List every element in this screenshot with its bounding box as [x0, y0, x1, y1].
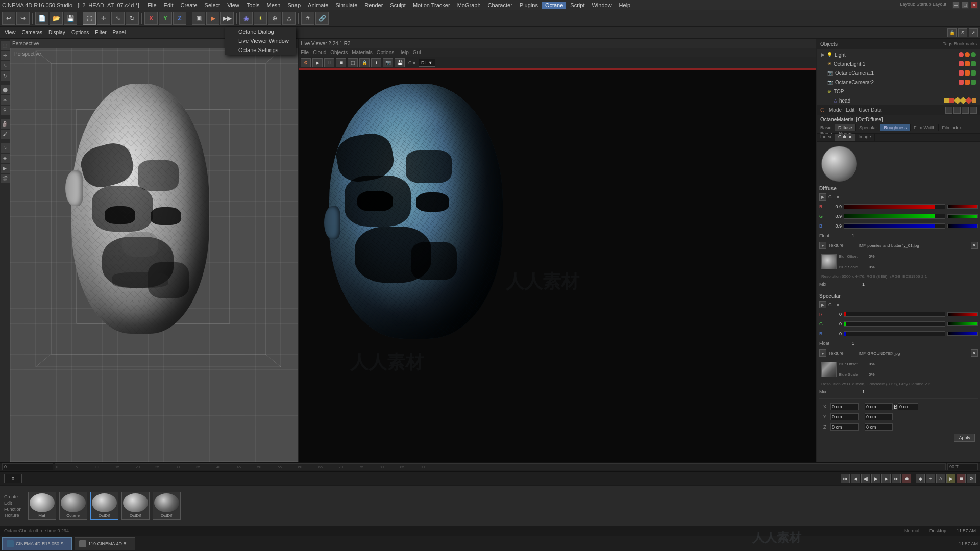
octane-render-content[interactable]: 人人素材 人人素材 人人素材	[299, 68, 816, 470]
diffuse-g-slider[interactable]	[844, 214, 945, 219]
attr-btn-4[interactable]	[970, 107, 977, 114]
octane-pause-btn[interactable]: ⏸	[324, 58, 334, 67]
redo-button[interactable]: ↪	[16, 12, 30, 25]
octane-chr-dropdown[interactable]: DL ▼	[419, 59, 435, 67]
spec-g-slider[interactable]	[844, 321, 945, 327]
grid-btn[interactable]: #	[301, 12, 314, 25]
menu-tools[interactable]: Tools	[243, 2, 263, 9]
snap-btn[interactable]: 🔗	[315, 12, 329, 25]
menu-character[interactable]: Character	[485, 2, 516, 9]
octane-menu-materials[interactable]: Materials	[352, 49, 373, 55]
viewport-maximize[interactable]: ⤢	[969, 28, 978, 37]
camera-btn[interactable]: ◉	[239, 12, 253, 25]
menu-sculpt[interactable]: Sculpt	[387, 2, 409, 9]
auto-keyframe-btn[interactable]: A	[936, 474, 945, 483]
octane-menu-options[interactable]: Options	[377, 49, 394, 55]
menu-help[interactable]: Help	[616, 2, 634, 9]
mat-thumb-4[interactable]: OctDif	[121, 492, 150, 520]
jump-end-btn[interactable]: ⏭	[892, 474, 901, 483]
sidebar-anim[interactable]: ▶	[1, 164, 10, 173]
record-btn[interactable]: ⏺	[902, 474, 911, 483]
sidebar-move[interactable]: ✛	[1, 51, 10, 60]
attr-mode-label[interactable]: Mode	[829, 107, 842, 113]
mat-func-btn[interactable]: Function	[4, 507, 22, 512]
attr-btn-1[interactable]	[945, 107, 952, 114]
dropdown-octane-settings[interactable]: Octane Settings	[225, 45, 296, 55]
z-axis[interactable]: Z	[173, 12, 186, 25]
jump-start-btn[interactable]: ⏮	[841, 474, 850, 483]
poly-btn[interactable]: △	[282, 12, 296, 25]
specular-color-toggle[interactable]: ▶	[819, 301, 826, 308]
play-back-btn[interactable]: ◀|	[861, 474, 870, 483]
tree-octanelight1[interactable]: ☀ OctaneLight:1	[819, 59, 978, 68]
spec-r-slider[interactable]	[844, 312, 945, 317]
x-axis[interactable]: X	[144, 12, 158, 25]
diffuse-b-slider[interactable]	[844, 223, 945, 229]
mat-thumb-1[interactable]: Mat	[28, 492, 56, 520]
attr-tab-filmindex[interactable]: Filmindex	[939, 124, 965, 131]
sidebar-rotate[interactable]: ↻	[1, 71, 10, 81]
sidebar-sculpt[interactable]: 🗿	[1, 119, 10, 129]
menu-simulate[interactable]: Simulate	[332, 2, 360, 9]
menu-plugins[interactable]: Plugins	[517, 2, 541, 9]
sidebar-material[interactable]: ◈	[1, 154, 10, 163]
object-mode[interactable]: ▣	[192, 12, 205, 25]
tree-head[interactable]: △ head	[819, 96, 978, 105]
undo-button[interactable]: ↩	[2, 12, 15, 25]
menu-edit[interactable]: Edit	[161, 2, 177, 9]
attr-tab-basic[interactable]: Basic	[817, 124, 835, 131]
menu-motiontracker[interactable]: Motion Tracker	[410, 2, 453, 9]
octane-save-btn[interactable]: 💾	[395, 58, 405, 67]
octane-info-btn[interactable]: ℹ	[371, 58, 381, 67]
menu-render[interactable]: Render	[361, 2, 386, 9]
coord-y-input2[interactable]	[865, 413, 893, 420]
octane-play-btn[interactable]: ▶	[312, 58, 323, 67]
mat-create-btn[interactable]: Create	[4, 494, 22, 499]
step-forward-btn[interactable]: ▶	[881, 474, 891, 483]
null-btn[interactable]: ⊕	[268, 12, 281, 25]
attr-sub-image[interactable]: Image	[855, 134, 875, 141]
sidebar-paint[interactable]: 🖌	[1, 130, 10, 139]
octane-menu-objects[interactable]: Objects	[330, 49, 348, 55]
spec-texture-toggle[interactable]: ●	[819, 349, 826, 357]
panel-menu[interactable]: Panel	[110, 29, 129, 36]
octane-menu-cloud[interactable]: Cloud	[313, 49, 326, 55]
coord-x-input1[interactable]	[830, 403, 859, 410]
menu-mograph[interactable]: MoGraph	[454, 2, 484, 9]
stop-record-btn[interactable]: ⏹	[957, 474, 966, 483]
sidebar-select[interactable]: ⬚	[1, 41, 10, 50]
octane-menu-gui[interactable]: Gui	[413, 49, 421, 55]
mat-thumb-5[interactable]: OctDif	[153, 492, 181, 520]
octane-region-btn[interactable]: ⬚	[348, 58, 358, 67]
menu-file[interactable]: File	[144, 2, 160, 9]
attr-tab-roughness[interactable]: Roughness	[880, 124, 911, 131]
menu-script[interactable]: Script	[567, 2, 587, 9]
new-button[interactable]: 📄	[35, 12, 48, 25]
light-btn[interactable]: ☀	[254, 12, 267, 25]
viewport-lock[interactable]: 🔒	[947, 28, 957, 37]
mat-thumb-2[interactable]: Octane	[59, 492, 87, 520]
octane-stop-btn[interactable]: ⏹	[336, 58, 346, 67]
coord-y-input1[interactable]	[830, 413, 859, 420]
scale-tool[interactable]: ⤡	[111, 12, 125, 25]
octane-lock-btn[interactable]: 🔒	[359, 58, 370, 67]
spec-b-slider[interactable]	[844, 331, 945, 336]
maximize-button[interactable]: □	[962, 2, 969, 9]
attr-tab-specular[interactable]: Specular	[856, 124, 881, 131]
taskbar-c4d2[interactable]: 119 CINEMA 4D R...	[75, 537, 135, 550]
sidebar-scale[interactable]: ⤡	[1, 61, 10, 70]
tree-octanecamera1[interactable]: 📷 OctaneCamera:1	[819, 68, 978, 78]
cameras-menu[interactable]: Cameras	[19, 29, 45, 36]
render-btn[interactable]: ▶	[206, 12, 219, 25]
coord-z-input1[interactable]	[830, 423, 859, 431]
y-axis[interactable]: Y	[159, 12, 172, 25]
menu-octane[interactable]: Octane	[542, 2, 566, 9]
open-button[interactable]: 📂	[50, 12, 63, 25]
filter-menu[interactable]: Filter	[92, 29, 109, 36]
attr-sub-index[interactable]: Index	[817, 134, 835, 141]
menu-snap[interactable]: Snap	[284, 2, 304, 9]
tree-top[interactable]: ⊕ TOP	[819, 87, 978, 96]
attr-userdata-label[interactable]: User Data	[859, 107, 881, 113]
apply-button[interactable]: Apply	[954, 434, 975, 442]
attr-btn-3[interactable]	[962, 107, 969, 114]
